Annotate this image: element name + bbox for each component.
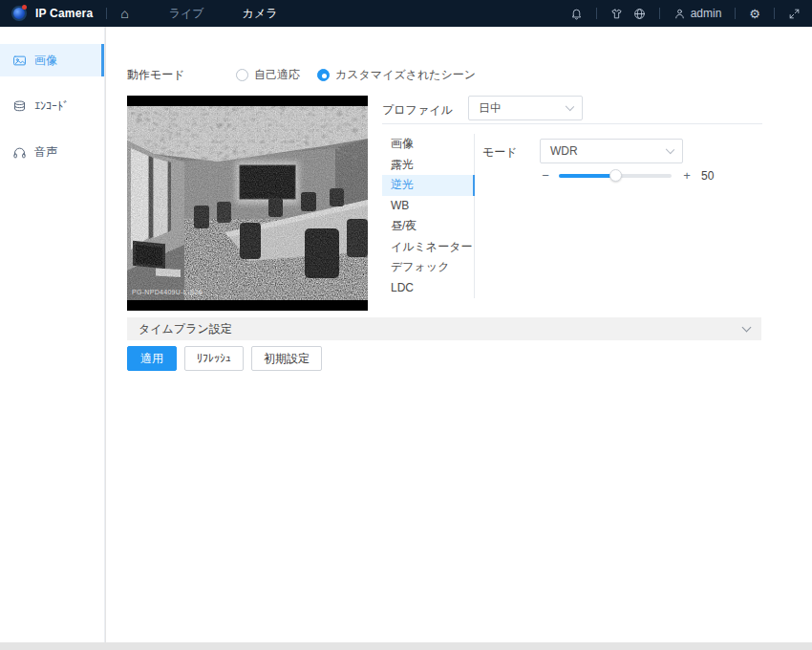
apply-button[interactable]: 適用 (127, 346, 177, 371)
menu-item-wb[interactable]: WB (382, 196, 474, 217)
radio-icon-checked (317, 69, 330, 81)
timeplan-section-header[interactable]: タイムプラン設定 (127, 317, 761, 340)
sidebar-item-label: ｴﾝｺｰﾄﾞ (34, 99, 69, 113)
mode-select[interactable]: WDR (540, 139, 683, 163)
camera-preview-video (127, 106, 368, 300)
menu-item-defog[interactable]: デフォック (382, 257, 474, 278)
sidebar-item-audio[interactable]: 音声 (0, 136, 104, 168)
profile-select-value: 日中 (479, 101, 502, 115)
nav-live[interactable]: ライブ (169, 6, 204, 22)
menu-item-day-night[interactable]: 昼/夜 (382, 216, 474, 237)
slider-value: 50 (701, 169, 714, 183)
theme-shirt-icon[interactable] (610, 8, 623, 20)
refresh-button[interactable]: ﾘﾌﾚｯｼｭ (184, 346, 244, 371)
account-menu[interactable]: admin (673, 7, 722, 20)
slider-handle[interactable] (609, 169, 622, 182)
topbar: IP Camera ⌂ ライブ カメラ admin (0, 0, 812, 27)
slider-track[interactable] (559, 174, 672, 178)
default-button[interactable]: 初期設定 (251, 346, 322, 371)
slider-fill (559, 174, 615, 178)
sidebar-item-encode[interactable]: ｴﾝｺｰﾄﾞ (0, 90, 104, 122)
user-icon (673, 8, 686, 20)
divider (106, 8, 107, 19)
radio-self-adaptive[interactable]: 自己適応 (236, 67, 300, 83)
menu-item-exposure[interactable]: 露光 (382, 155, 474, 176)
alarm-bell-icon[interactable] (570, 8, 583, 20)
wdr-slider-row: − + 50 (540, 168, 714, 184)
sidebar: 画像 ｴﾝｺｰﾄﾞ 音声 (0, 27, 105, 642)
radio-label: 自己適応 (254, 67, 300, 83)
brand-title: IP Camera (35, 7, 93, 20)
divider (659, 8, 660, 19)
brand-logo-icon (11, 6, 27, 21)
sidebar-item-image[interactable]: 画像 (0, 44, 104, 76)
radio-label: カスタマイズされたシーン (335, 67, 476, 83)
image-icon (12, 54, 27, 68)
chevron-down-icon (666, 145, 674, 154)
menu-item-backlight[interactable]: 逆光 (382, 175, 474, 196)
camera-preview: PG-NPD4409U-L-S26 (127, 96, 368, 311)
slider-minus-button[interactable]: − (540, 169, 551, 183)
radio-icon (236, 69, 248, 81)
slider-plus-button[interactable]: + (681, 169, 693, 183)
mode-select-value: WDR (550, 144, 578, 158)
radio-customized-scene[interactable]: カスタマイズされたシーン (317, 67, 476, 83)
ip-camera-web-ui: IP Camera ⌂ ライブ カメラ admin (0, 0, 812, 650)
image-settings-page: 動作モード 自己適応 カスタマイズされたシーン (106, 27, 812, 642)
work-mode-options: 自己適応 カスタマイズされたシーン (236, 67, 476, 83)
work-mode-row: 動作モード 自己適応 カスタマイズされたシーン (127, 67, 476, 83)
mode-label: モード (482, 144, 540, 163)
timeplan-label: タイムプラン設定 (139, 321, 232, 337)
divider (596, 8, 597, 19)
chevron-down-icon (742, 323, 752, 333)
encode-layers-icon (12, 99, 27, 114)
video-watermark: PG-NPD4409U-L-S26 (132, 289, 203, 295)
mode-row: モード WDR (482, 139, 683, 163)
profile-select[interactable]: 日中 (468, 96, 583, 120)
top-nav: ライブ カメラ (169, 6, 278, 22)
divider (735, 8, 736, 19)
menu-item-image[interactable]: 画像 (382, 134, 474, 155)
action-buttons: 適用 ﾘﾌﾚｯｼｭ 初期設定 (127, 346, 322, 371)
settings-gear-icon[interactable]: ⚙ (749, 8, 760, 20)
audio-headphones-icon (12, 145, 27, 160)
settings-menu: 画像 露光 逆光 WB 昼/夜 イルミネーター デフォック LDC (382, 134, 475, 298)
account-name: admin (691, 7, 722, 20)
topbar-actions: admin ⚙ (570, 7, 801, 20)
sidebar-item-label: 音声 (34, 144, 57, 161)
work-mode-label: 動作モード (127, 67, 205, 83)
menu-item-illuminator[interactable]: イルミネーター (382, 237, 474, 258)
language-globe-icon[interactable] (633, 8, 646, 20)
profile-row: プロファイル 日中 (382, 96, 762, 124)
sidebar-item-label: 画像 (34, 53, 57, 69)
profile-label: プロファイル (382, 102, 468, 119)
chevron-down-icon (566, 102, 574, 111)
nav-camera[interactable]: カメラ (243, 6, 278, 22)
divider (774, 8, 775, 19)
fullscreen-icon[interactable] (788, 8, 801, 20)
home-icon[interactable]: ⌂ (120, 7, 128, 20)
menu-item-ldc[interactable]: LDC (382, 278, 474, 299)
